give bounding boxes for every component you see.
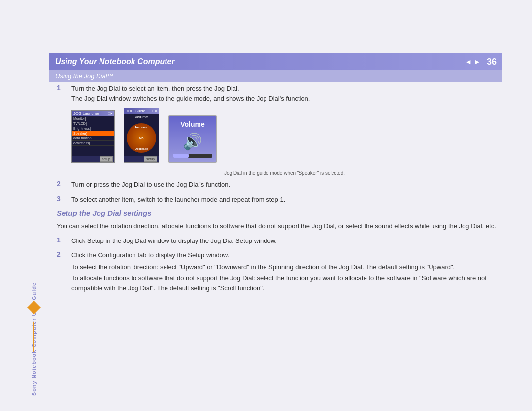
jog-guide-window: JOG Guide □× Volume Increase OK Decrease… bbox=[124, 108, 159, 163]
step-1-row: 1 Turn the Jog Dial to select an item, t… bbox=[57, 84, 498, 103]
volume-bar-container bbox=[173, 154, 212, 158]
dial-increase-label: Increase bbox=[135, 126, 147, 129]
setup-btn-launcher[interactable]: setup bbox=[100, 156, 113, 162]
jog-guide-dial: Increase OK Decrease bbox=[127, 123, 156, 153]
guide-volume-label: Volume bbox=[124, 114, 159, 120]
volume-box: Volume 🔊 bbox=[168, 115, 217, 163]
volume-icon: 🔊 bbox=[183, 132, 202, 151]
jog-launcher-controls: □× bbox=[108, 111, 113, 116]
jog-launcher-window: JOG Launcher □× Monitor] TV/LCD] Brightn… bbox=[71, 110, 115, 163]
jog-item-data: data motion] bbox=[72, 136, 114, 141]
setup-step-2-main: Click the Configuration tab to display t… bbox=[71, 250, 498, 260]
volume-bar bbox=[173, 154, 189, 158]
step-3-text: To select another item, switch to the la… bbox=[71, 195, 498, 205]
step-2-text: Turn or press the Jog Dial to use the Jo… bbox=[71, 180, 498, 190]
jog-launcher-footer: setup bbox=[72, 156, 114, 162]
sidebar: Sony Notebook Computer User Guide bbox=[20, 53, 48, 381]
setup-step-1-number: 1 bbox=[57, 236, 68, 244]
setup-step-2-sub1: To select the rotation direction: select… bbox=[71, 262, 498, 272]
jog-guide-controls: □× bbox=[152, 109, 157, 113]
step-3-number: 3 bbox=[57, 195, 68, 203]
setup-step-2-row: 2 Click the Configuration tab to display… bbox=[57, 250, 498, 293]
step-3-row: 3 To select another item, switch to the … bbox=[57, 195, 498, 205]
step-2-number: 2 bbox=[57, 180, 68, 188]
jog-item-monitor: Monitor] bbox=[72, 116, 114, 121]
step-1-main-text: Turn the Jog Dial to select an item, the… bbox=[71, 84, 498, 94]
jog-guide-body: Volume Increase OK Decrease bbox=[124, 114, 159, 156]
sidebar-diamond bbox=[27, 301, 41, 314]
jog-item-wireless: e-wireless] bbox=[72, 141, 114, 146]
jog-launcher-title: JOG Launcher □× bbox=[72, 111, 114, 116]
setup-btn-guide[interactable]: setup bbox=[144, 156, 157, 162]
step-1-sub-text: The Jog Dial window switches to the guid… bbox=[71, 94, 498, 103]
jog-item-brightness: Brightness] bbox=[72, 126, 114, 131]
section-heading: Setup the Jog Dial settings bbox=[57, 209, 498, 217]
volume-title: Volume bbox=[180, 120, 205, 128]
jog-item-tvlcd: TV/LCD] bbox=[72, 121, 114, 126]
sub-header-title: Using the Jog Dial™ bbox=[55, 72, 114, 80]
setup-step-1-text: Click Setup in the Jog Dial window to di… bbox=[71, 236, 498, 246]
image-caption: Jog Dial in the guide mode when "Speaker… bbox=[71, 171, 498, 176]
jog-guide-footer: setup bbox=[124, 156, 159, 162]
jog-launcher-body: Monitor] TV/LCD] Brightness] Speaker] da… bbox=[72, 116, 114, 156]
page-number: 36 bbox=[487, 57, 497, 67]
jog-guide-title-text: JOG Guide bbox=[126, 109, 145, 113]
nav-forward-icon[interactable]: ► bbox=[474, 58, 481, 66]
dial-ok-label: OK bbox=[139, 137, 144, 139]
jog-launcher-title-text: JOG Launcher bbox=[73, 111, 99, 116]
page-container: Using Your Notebook Computer ◄ ► 36 Usin… bbox=[0, 0, 532, 411]
images-row: JOG Launcher □× Monitor] TV/LCD] Brightn… bbox=[71, 108, 498, 163]
setup-step-2-sub2: To allocate functions to software that d… bbox=[71, 274, 498, 293]
header-title: Using Your Notebook Computer bbox=[55, 57, 175, 66]
setup-step-1-row: 1 Click Setup in the Jog Dial window to … bbox=[57, 236, 498, 246]
header-bar: Using Your Notebook Computer ◄ ► 36 bbox=[49, 53, 502, 70]
dial-decrease-label: Decrease bbox=[135, 147, 148, 150]
sidebar-line bbox=[33, 322, 34, 352]
section-body: You can select the rotation direction, a… bbox=[57, 221, 498, 231]
step-2-row: 2 Turn or press the Jog Dial to use the … bbox=[57, 180, 498, 190]
jog-guide-title: JOG Guide □× bbox=[124, 108, 159, 114]
header-nav: ◄ ► 36 bbox=[465, 57, 497, 67]
nav-back-icon[interactable]: ◄ bbox=[465, 58, 472, 66]
jog-item-speaker: Speaker] bbox=[72, 131, 114, 136]
main-content: 1 Turn the Jog Dial to select an item, t… bbox=[57, 84, 498, 396]
step-1-number: 1 bbox=[57, 84, 68, 92]
sub-header: Using the Jog Dial™ bbox=[49, 70, 502, 82]
setup-step-2-number: 2 bbox=[57, 250, 68, 258]
